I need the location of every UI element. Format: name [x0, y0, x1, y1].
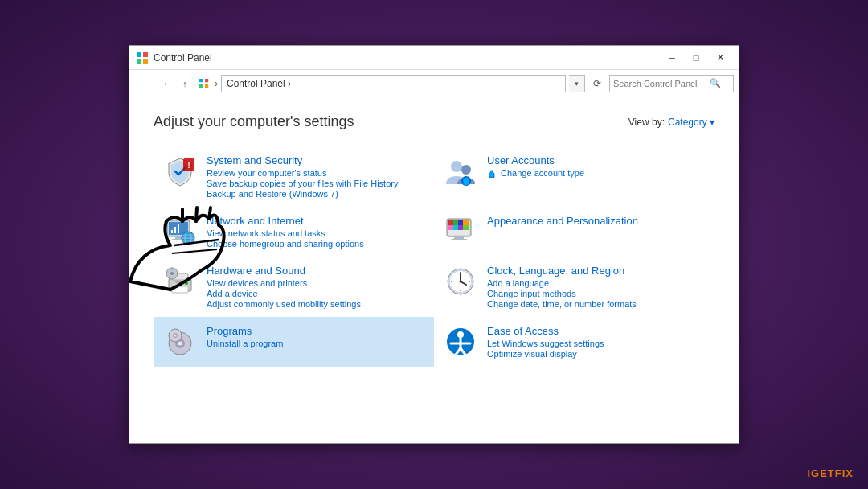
- hardware-sound-title[interactable]: Hardware and Sound: [207, 265, 424, 277]
- network-internet-text: Network and Internet View network status…: [207, 215, 424, 249]
- programs-title[interactable]: Programs: [207, 325, 424, 337]
- svg-rect-41: [454, 236, 464, 239]
- programs-text: Programs Uninstall a program: [207, 325, 424, 348]
- svg-text:!: !: [187, 160, 190, 170]
- svg-rect-42: [451, 239, 467, 240]
- hardware-link-1[interactable]: View devices and printers: [207, 278, 424, 288]
- category-ease-of-access[interactable]: Ease of Access Let Windows suggest setti…: [434, 317, 714, 367]
- clock-language-title[interactable]: Clock, Language, and Region: [487, 265, 705, 277]
- svg-rect-32: [448, 220, 453, 225]
- clock-language-icon: [444, 265, 477, 298]
- maximize-button[interactable]: □: [684, 47, 708, 69]
- svg-point-61: [178, 342, 182, 346]
- system-security-link-2[interactable]: Save backup copies of your files with Fi…: [207, 179, 424, 188]
- viewby-dropdown[interactable]: Category ▾: [668, 117, 714, 128]
- hardware-link-3[interactable]: Adjust commonly used mobility settings: [207, 299, 424, 309]
- svg-rect-8: [143, 59, 148, 64]
- appearance-icon: [444, 215, 477, 249]
- hardware-link-2[interactable]: Add a device: [207, 289, 424, 298]
- forward-button[interactable]: →: [155, 75, 173, 92]
- content-header: Adjust your computer's settings View by:…: [154, 113, 714, 130]
- svg-rect-11: [199, 84, 203, 87]
- window-icon: [136, 51, 149, 64]
- svg-point-47: [185, 281, 188, 285]
- ease-of-access-icon: [444, 325, 477, 359]
- up-button[interactable]: ↑: [176, 75, 194, 92]
- close-button[interactable]: ✕: [708, 47, 732, 69]
- window-title: Control Panel: [154, 52, 660, 64]
- category-programs[interactable]: Programs Uninstall a program: [154, 317, 434, 367]
- path-icon: [197, 76, 211, 91]
- category-network-internet[interactable]: Network and Internet View network status…: [154, 207, 434, 257]
- clock-link-3[interactable]: Change date, time, or number formats: [487, 299, 705, 309]
- system-security-icon: !: [163, 154, 197, 188]
- svg-rect-9: [199, 78, 203, 81]
- svg-rect-12: [205, 84, 208, 87]
- clock-link-1[interactable]: Add a language: [487, 278, 705, 288]
- view-by: View by: Category ▾: [628, 117, 714, 128]
- category-clock-language[interactable]: Clock, Language, and Region Add a langua…: [434, 257, 714, 317]
- user-accounts-text: User Accounts Change account type: [487, 154, 705, 179]
- svg-rect-7: [137, 59, 141, 64]
- address-dropdown[interactable]: ▾: [569, 75, 585, 92]
- appearance-title[interactable]: Appearance and Personalization: [487, 215, 705, 227]
- path-separator: ›: [215, 78, 218, 89]
- svg-rect-23: [175, 236, 182, 239]
- system-security-link-1[interactable]: Review your computer's status: [207, 168, 424, 178]
- back-button[interactable]: ←: [134, 75, 152, 92]
- refresh-button[interactable]: ⟳: [588, 75, 606, 92]
- svg-rect-6: [143, 52, 148, 57]
- clock-link-2[interactable]: Change input methods: [487, 289, 705, 298]
- category-user-accounts[interactable]: User Accounts Change account type: [434, 146, 714, 207]
- svg-rect-46: [175, 281, 185, 283]
- svg-rect-35: [463, 220, 469, 225]
- svg-point-16: [461, 165, 471, 175]
- svg-rect-40: [448, 230, 469, 235]
- search-input[interactable]: [613, 79, 710, 88]
- network-internet-icon: [163, 215, 197, 249]
- svg-point-15: [451, 161, 462, 172]
- category-hardware-sound[interactable]: Hardware and Sound View devices and prin…: [154, 257, 434, 317]
- svg-rect-33: [453, 220, 458, 225]
- title-bar: Control Panel ─ □ ✕: [129, 46, 739, 70]
- ease-link-1[interactable]: Let Windows suggest settings: [487, 339, 705, 348]
- programs-icon: [163, 325, 197, 359]
- window-controls: ─ □ ✕: [660, 47, 732, 69]
- svg-rect-10: [205, 78, 208, 81]
- svg-rect-5: [137, 52, 141, 57]
- svg-point-49: [170, 272, 174, 275]
- svg-rect-36: [448, 225, 453, 230]
- system-security-link-3[interactable]: Backup and Restore (Windows 7): [207, 189, 424, 199]
- svg-point-54: [460, 281, 462, 283]
- svg-rect-39: [463, 225, 469, 230]
- network-internet-title[interactable]: Network and Internet: [207, 215, 424, 227]
- content-area: Adjust your computer's settings View by:…: [129, 97, 739, 443]
- svg-point-64: [174, 335, 177, 337]
- viewby-label: View by:: [628, 117, 665, 128]
- search-box: 🔍: [609, 75, 734, 92]
- user-accounts-title[interactable]: User Accounts: [487, 154, 705, 166]
- hardware-sound-icon: [163, 265, 197, 298]
- control-panel-window: Control Panel ─ □ ✕ ← → ↑ › Control Pane…: [129, 45, 739, 444]
- search-icon[interactable]: 🔍: [710, 78, 721, 88]
- network-link-1[interactable]: View network status and tasks: [207, 228, 424, 238]
- minimize-button[interactable]: ─: [660, 47, 684, 69]
- programs-link-1[interactable]: Uninstall a program: [207, 339, 424, 348]
- page-title: Adjust your computer's settings: [154, 113, 354, 130]
- category-system-security[interactable]: ! System and Security Review your comput…: [154, 146, 434, 207]
- ease-link-2[interactable]: Optimize visual display: [487, 349, 705, 359]
- system-security-text: System and Security Review your computer…: [207, 154, 424, 199]
- appearance-text: Appearance and Personalization: [487, 215, 705, 228]
- category-appearance[interactable]: Appearance and Personalization: [434, 207, 714, 257]
- user-accounts-icon: [444, 154, 477, 188]
- svg-rect-45: [172, 286, 188, 293]
- address-bar: ← → ↑ › Control Panel › ▾ ⟳ 🔍: [129, 70, 739, 97]
- network-link-2[interactable]: Choose homegroup and sharing options: [207, 239, 424, 249]
- categories-grid: ! System and Security Review your comput…: [154, 146, 714, 367]
- user-accounts-link-1[interactable]: Change account type: [487, 168, 705, 179]
- clock-language-text: Clock, Language, and Region Add a langua…: [487, 265, 705, 309]
- system-security-title[interactable]: System and Security: [207, 154, 424, 166]
- address-path[interactable]: Control Panel ›: [221, 75, 566, 92]
- ease-of-access-title[interactable]: Ease of Access: [487, 325, 705, 337]
- svg-rect-38: [458, 225, 463, 230]
